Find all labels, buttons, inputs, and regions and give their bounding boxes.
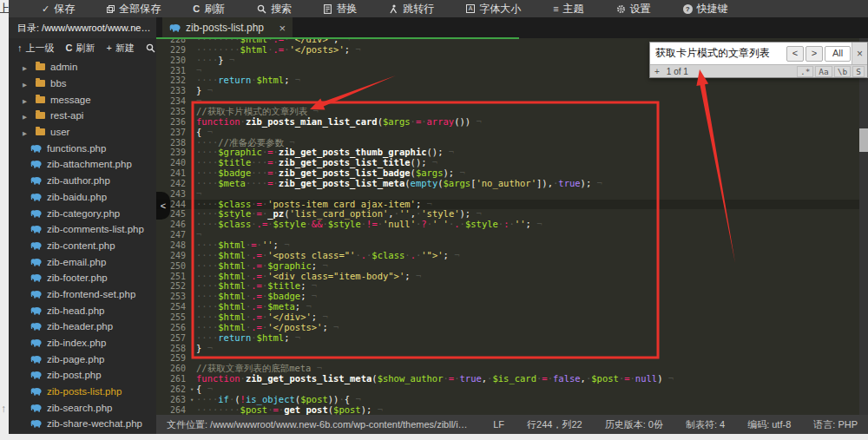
search-row-main: < > All × (650, 43, 867, 64)
explorer-toolbar-search[interactable]: 搜索 (146, 42, 156, 55)
search-input[interactable] (650, 48, 786, 60)
caret-right-icon: ▶ (23, 62, 30, 72)
tree-file-zib-attachment.php[interactable]: zib-attachment.php (9, 156, 156, 173)
line-number: 255 (156, 312, 189, 323)
line-number: 250 (156, 261, 189, 272)
tree-folder-rest-api[interactable]: ▶rest-api (9, 108, 156, 124)
tree-folder-admin[interactable]: ▶admin (9, 59, 156, 76)
scrollbar-thumb[interactable] (859, 128, 868, 152)
code-line-236[interactable]: 236function·zib_posts_mian_list_card($ar… (156, 117, 868, 128)
code-editor[interactable]: 228········$html·.=·'</div>'; ¬229······… (156, 38, 868, 415)
status-history[interactable]: 历史版本: 0份 (605, 418, 663, 431)
plus-icon: + (106, 43, 111, 53)
copy-icon (107, 5, 115, 13)
search-next-button[interactable]: > (806, 46, 823, 62)
theme-icon: ≡ (553, 4, 558, 14)
toolbar-item-settings[interactable]: 设置 (616, 2, 651, 16)
toolbar-item-goto-line[interactable]: 跳转行 (389, 2, 434, 16)
search-regex-toggle[interactable]: .* (797, 66, 813, 77)
search-option-toggles: .*Aa\bS (795, 67, 865, 76)
tree-file-zib-share.php[interactable]: zib-share.php (9, 432, 156, 434)
toolbar-item-font-size[interactable]: A字体大小 (466, 2, 521, 16)
line-number: 234 (156, 96, 189, 107)
status-encoding[interactable]: 编码: utf-8 (747, 418, 791, 431)
tree-file-zib-share-wechat.php[interactable]: zib-share-wechat.php (9, 416, 156, 432)
toolbar-item-replace[interactable]: 替换 (324, 2, 357, 16)
tree-file-zib-content.php[interactable]: zib-content.php (9, 238, 156, 254)
code-line-258[interactable]: 258} ¬ (156, 344, 868, 354)
php-icon (30, 322, 42, 331)
toolbar-item-search[interactable]: 搜索 (257, 2, 292, 16)
tree-file-zib-comments-list.php[interactable]: zib-comments-list.php (9, 221, 156, 238)
caret-right-icon: ▶ (23, 78, 30, 89)
folder-icon (36, 63, 45, 70)
tree-file-zib-header.php[interactable]: zib-header.php (9, 319, 156, 335)
php-icon (30, 419, 42, 428)
tree-folder-user[interactable]: ▶user (9, 124, 156, 141)
php-icon (30, 225, 42, 233)
status-bar: 文件位置: /www/wwwroot/www.new-6b.com/wp-con… (156, 415, 868, 434)
toolbar-item-save-all[interactable]: 全部保存 (107, 2, 161, 16)
refresh-icon: C (66, 43, 73, 53)
tab-bar: zib-posts-list.php × (156, 17, 868, 38)
tree-folder-message[interactable]: ▶message (9, 91, 156, 108)
tree-file-functions.php[interactable]: functions.php (9, 140, 156, 156)
tree-folder-bbs[interactable]: ▶bbs (9, 76, 156, 92)
line-number: 260 (156, 364, 189, 374)
line-number: 262 (156, 384, 189, 395)
explorer-toolbar-refresh[interactable]: C刷新 (66, 42, 95, 55)
php-icon (30, 241, 42, 250)
search-icon (146, 43, 155, 53)
editor-scrollbar[interactable] (859, 38, 868, 415)
toolbar-item-save[interactable]: ✓保存 (42, 2, 75, 16)
tree-file-zib-category.php[interactable]: zib-category.php (9, 205, 156, 221)
tree-file-zib-search.php[interactable]: zib-search.php (9, 399, 156, 416)
php-icon (30, 404, 42, 412)
background-arrow-fragment: ↑ (1, 403, 6, 415)
tree-file-zib-baidu.php[interactable]: zib-baidu.php (9, 189, 156, 206)
line-number: 241 (156, 168, 189, 179)
toolbar-item-shortcuts[interactable]: ?快捷键 (683, 2, 728, 16)
search-prev-button[interactable]: < (786, 46, 804, 62)
toolbar-item-theme[interactable]: ≡主题 (553, 2, 583, 16)
line-number: 251 (156, 272, 189, 282)
tab-zib-posts-list[interactable]: zib-posts-list.php × (162, 17, 293, 38)
tree-file-zib-post.php[interactable]: zib-post.php (9, 367, 156, 384)
line-number: 228 (156, 38, 189, 45)
code-line-242[interactable]: 242····$meta····=·zib_get_posts_list_met… (156, 179, 868, 189)
code-line-257[interactable]: 257····return·$html; ¬ (156, 333, 868, 344)
search-all-button[interactable]: All (825, 46, 851, 62)
search-close-icon[interactable]: × (852, 43, 867, 64)
tree-file-zib-posts-list.php[interactable]: zib-posts-list.php (9, 384, 156, 400)
status-line-ending[interactable]: LF (493, 419, 504, 430)
explorer-toolbar-up[interactable]: ↑上一级 (17, 42, 55, 55)
status-tab-width[interactable]: 制表符: 4 (686, 418, 725, 431)
status-cursor-position[interactable]: 行244，列22 (527, 418, 582, 431)
search-case-toggle[interactable]: Aa (815, 66, 832, 77)
tab-close-icon[interactable]: × (279, 23, 286, 34)
tree-file-zib-page.php[interactable]: zib-page.php (9, 351, 156, 367)
explorer-toolbar-new[interactable]: +新建 (106, 42, 134, 55)
code-line-246[interactable]: 246····$class·.=·$style·&&·$style·!=·'nu… (156, 220, 868, 230)
code-line-233[interactable]: 233} ¬ (156, 86, 868, 96)
search-expand-button[interactable]: + (654, 67, 660, 76)
line-number: 246 (156, 220, 189, 230)
code-line-261[interactable]: 261function·zib_get_posts_list_meta($sho… (156, 374, 868, 384)
line-number: 236 (156, 117, 189, 128)
tree-file-zib-frontend-set.php[interactable]: zib-frontend-set.php (9, 286, 156, 303)
line-number: 254 (156, 302, 189, 312)
tree-file-zib-email.php[interactable]: zib-email.php (9, 253, 156, 270)
collapse-sidebar-button[interactable]: < (156, 192, 170, 220)
code-line-264[interactable]: 264········$post·=·get_post($post); ¬ (156, 405, 868, 415)
search-word-toggle[interactable]: \b (834, 66, 851, 77)
search-selection-toggle[interactable]: S (852, 66, 865, 77)
status-language[interactable]: 语言: PHP (813, 418, 858, 431)
folder-icon (36, 128, 45, 135)
folder-icon (36, 112, 45, 119)
tree-file-zib-index.php[interactable]: zib-index.php (9, 335, 156, 351)
line-number: 256 (156, 323, 189, 333)
tree-file-zib-head.php[interactable]: zib-head.php (9, 302, 156, 319)
toolbar-item-refresh[interactable]: C刷新 (193, 2, 225, 16)
tree-file-zib-author.php[interactable]: zib-author.php (9, 173, 156, 189)
tree-file-zib-footer.php[interactable]: zib-footer.php (9, 270, 156, 286)
